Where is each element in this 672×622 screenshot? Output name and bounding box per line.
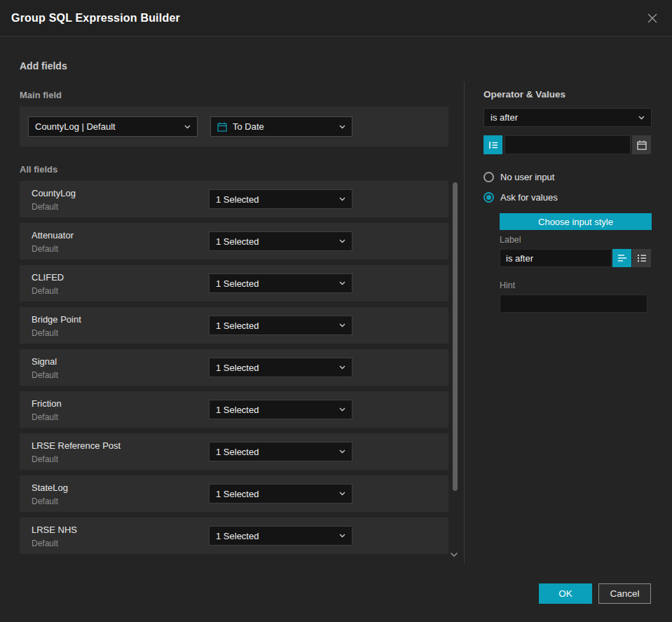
close-button[interactable] xyxy=(644,10,661,27)
field-subtitle: Default xyxy=(32,412,58,422)
field-selected-value: 1 Selected xyxy=(216,320,334,331)
radio-no-user-input-label: No user input xyxy=(500,172,554,182)
chevron-down-icon xyxy=(339,323,345,327)
chevron-down-icon xyxy=(339,281,345,285)
radio-selected-icon xyxy=(484,192,494,203)
multi-value-style-button[interactable] xyxy=(632,249,651,267)
operator-dropdown[interactable]: is after xyxy=(484,108,652,127)
chevron-down-icon xyxy=(339,239,345,243)
field-selected-dropdown[interactable]: 1 Selected xyxy=(209,484,352,503)
scrollbar-thumb[interactable] xyxy=(453,182,458,491)
hint-field-label: Hint xyxy=(500,280,515,290)
field-subtitle: Default xyxy=(32,370,58,380)
single-value-style-button[interactable] xyxy=(612,249,631,267)
calendar-picker-button[interactable] xyxy=(632,135,651,154)
field-selected-dropdown[interactable]: 1 Selected xyxy=(209,231,352,251)
field-name: Attenuator xyxy=(32,230,74,241)
calendar-icon xyxy=(217,122,227,132)
field-row: LRSE Reference Post Default 1 Selected xyxy=(20,433,448,470)
field-name: CLIFED xyxy=(32,272,64,283)
dialog-header: Group SQL Expression Builder xyxy=(0,0,672,36)
add-fields-heading: Add fields xyxy=(20,60,67,72)
field-name: Friction xyxy=(32,398,62,409)
calendar-icon xyxy=(637,140,647,150)
field-subtitle: Default xyxy=(32,539,58,548)
field-selected-value: 1 Selected xyxy=(216,236,334,247)
scrollbar[interactable] xyxy=(453,182,458,550)
field-selected-dropdown[interactable]: 1 Selected xyxy=(209,400,352,419)
field-subtitle: Default xyxy=(32,244,58,254)
date-field-dropdown[interactable]: To Date xyxy=(210,116,352,137)
field-row: CountyLog Default 1 Selected xyxy=(20,181,448,217)
chevron-down-icon xyxy=(339,492,345,496)
operator-values-heading: Operator & Values xyxy=(484,89,565,100)
hint-input[interactable] xyxy=(500,295,647,313)
operator-dropdown-value: is after xyxy=(491,112,633,123)
field-row: Friction Default 1 Selected xyxy=(20,391,448,428)
field-row: LRSE NHS Default 1 Selected xyxy=(20,518,448,554)
field-name: CountyLog xyxy=(32,188,76,198)
chevron-down-icon xyxy=(339,365,345,370)
chevron-down-icon xyxy=(638,116,645,120)
field-selected-value: 1 Selected xyxy=(216,531,334,541)
field-selected-value: 1 Selected xyxy=(216,489,334,499)
chevron-down-icon xyxy=(339,407,345,412)
field-subtitle: Default xyxy=(32,328,58,338)
date-field-dropdown-value: To Date xyxy=(233,121,334,132)
chevron-down-icon xyxy=(450,552,458,557)
field-subtitle: Default xyxy=(32,454,58,464)
panel-divider xyxy=(464,81,465,564)
field-selected-dropdown[interactable]: 1 Selected xyxy=(209,189,352,209)
field-values-mode-button[interactable] xyxy=(484,135,502,154)
field-name: Bridge Point xyxy=(32,314,81,325)
scroll-down-button[interactable] xyxy=(450,552,458,557)
field-selected-dropdown[interactable]: 1 Selected xyxy=(209,442,352,461)
dialog-title: Group SQL Expression Builder xyxy=(11,12,180,25)
field-name: LRSE NHS xyxy=(32,525,77,535)
group-sql-expression-builder-dialog: Group SQL Expression Builder Add fields … xyxy=(0,0,672,622)
radio-ask-for-values[interactable]: Ask for values xyxy=(484,192,558,203)
field-subtitle: Default xyxy=(32,496,58,506)
field-selected-dropdown[interactable]: 1 Selected xyxy=(209,273,352,293)
main-field-dropdown[interactable]: CountyLog | Default xyxy=(28,116,198,137)
field-name: Signal xyxy=(32,356,57,367)
field-selected-dropdown[interactable]: 1 Selected xyxy=(209,316,352,335)
field-row: CLIFED Default 1 Selected xyxy=(20,265,448,302)
radio-no-user-input[interactable]: No user input xyxy=(484,172,554,182)
field-selected-value: 1 Selected xyxy=(216,363,334,373)
chevron-down-icon xyxy=(339,449,345,454)
main-field-label: Main field xyxy=(20,90,62,100)
ok-button[interactable]: OK xyxy=(539,583,592,604)
radio-circle-icon xyxy=(484,172,494,182)
field-selected-dropdown[interactable]: 1 Selected xyxy=(209,526,352,546)
main-field-row: CountyLog | Default To Date xyxy=(20,107,448,147)
field-selected-value: 1 Selected xyxy=(216,405,334,415)
field-name: StateLog xyxy=(32,482,68,493)
chevron-down-icon xyxy=(184,125,191,129)
chevron-down-icon xyxy=(339,125,345,129)
date-value-input[interactable] xyxy=(505,135,631,154)
radio-ask-for-values-label: Ask for values xyxy=(500,192,558,203)
field-values-icon xyxy=(488,141,498,149)
field-row: Attenuator Default 1 Selected xyxy=(20,223,448,259)
field-selected-value: 1 Selected xyxy=(216,278,334,289)
field-selected-value: 1 Selected xyxy=(216,194,334,205)
close-icon xyxy=(647,13,658,24)
choose-input-style-button[interactable]: Choose input style xyxy=(500,213,652,230)
main-field-dropdown-value: CountyLog | Default xyxy=(35,121,179,132)
bulleted-list-icon xyxy=(637,254,647,262)
field-subtitle: Default xyxy=(32,286,58,296)
field-row: Bridge Point Default 1 Selected xyxy=(20,307,448,344)
cancel-button[interactable]: Cancel xyxy=(598,583,651,604)
all-fields-label: All fields xyxy=(20,164,57,175)
field-row: Signal Default 1 Selected xyxy=(20,349,448,386)
field-selected-value: 1 Selected xyxy=(216,447,334,457)
all-fields-list: CountyLog Default 1 Selected Attenuator … xyxy=(20,181,448,560)
left-align-list-icon xyxy=(617,254,627,262)
label-input[interactable] xyxy=(500,249,612,267)
chevron-down-icon xyxy=(339,534,345,538)
field-name: LRSE Reference Post xyxy=(32,440,121,451)
field-selected-dropdown[interactable]: 1 Selected xyxy=(209,358,352,377)
field-subtitle: Default xyxy=(32,202,58,212)
field-row: StateLog Default 1 Selected xyxy=(20,475,448,512)
